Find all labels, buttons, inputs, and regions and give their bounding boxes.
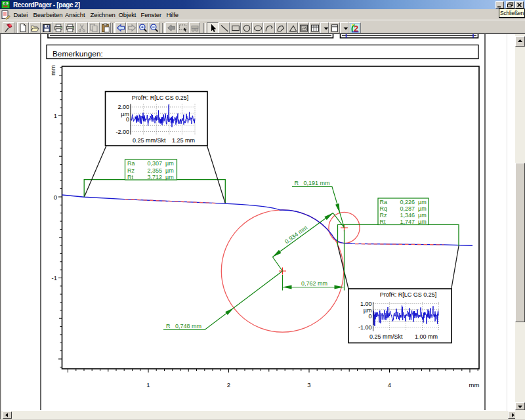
svg-text:-1.00: -1.00 — [358, 324, 372, 331]
svg-text:Rq: Rq — [380, 205, 388, 212]
svg-text:µm: µm — [418, 199, 427, 205]
svg-text:0: 0 — [368, 313, 371, 320]
svg-text:µm: µm — [165, 167, 174, 174]
svg-text:0,307: 0,307 — [147, 160, 162, 167]
svg-text:0,226: 0,226 — [400, 199, 415, 205]
svg-text:mm: mm — [469, 381, 480, 388]
svg-text:µm: µm — [165, 160, 174, 167]
svg-text:µm: µm — [418, 212, 427, 219]
svg-text:3,712: 3,712 — [147, 174, 162, 180]
svg-text:Ra: Ra — [380, 199, 388, 205]
svg-text:1: 1 — [146, 381, 150, 388]
svg-text:1.00: 1.00 — [360, 301, 372, 307]
svg-text:0,934 mm: 0,934 mm — [284, 224, 308, 245]
svg-text:µm: µm — [418, 205, 427, 212]
svg-text:1.25 mm: 1.25 mm — [172, 137, 195, 144]
svg-text:R 0,748 mm: R 0,748 mm — [166, 323, 201, 329]
svg-text:0: 0 — [126, 116, 129, 123]
svg-text:Rz: Rz — [380, 212, 387, 219]
svg-text:0,287: 0,287 — [400, 205, 415, 212]
svg-text:0,762 mm: 0,762 mm — [301, 280, 327, 287]
svg-text:0.25 mm/Skt: 0.25 mm/Skt — [133, 137, 166, 144]
svg-text:Rt: Rt — [380, 219, 386, 225]
svg-text:2.00: 2.00 — [117, 104, 129, 110]
svg-text:mm: mm — [49, 65, 56, 75]
svg-text:ProfR: R[LC GS 0.25]: ProfR: R[LC GS 0.25] — [132, 94, 189, 101]
svg-text:Bemerkungen:: Bemerkungen: — [52, 49, 103, 58]
svg-text:2: 2 — [227, 381, 230, 388]
svg-text:-1: -1 — [52, 274, 57, 282]
svg-text:µm: µm — [418, 219, 427, 225]
svg-text:1,747: 1,747 — [400, 219, 415, 225]
svg-text:-2.00: -2.00 — [116, 129, 129, 135]
svg-text:4: 4 — [388, 381, 391, 388]
svg-text:ProfR: R[LC GS 0.25]: ProfR: R[LC GS 0.25] — [380, 291, 437, 298]
svg-text:µm: µm — [165, 174, 174, 180]
svg-text:Ra: Ra — [127, 160, 135, 167]
svg-text:0: 0 — [54, 194, 57, 201]
svg-text:1,346: 1,346 — [400, 212, 415, 219]
svg-text:Rz: Rz — [127, 167, 135, 174]
svg-text:0.25 mm/Skt: 0.25 mm/Skt — [369, 333, 403, 340]
svg-text:Rt: Rt — [127, 174, 133, 180]
svg-text:1: 1 — [54, 112, 57, 119]
svg-text:2,355: 2,355 — [147, 167, 162, 174]
svg-text:3: 3 — [307, 381, 310, 388]
svg-text:1.00 mm: 1.00 mm — [415, 333, 438, 340]
svg-text:R 0,191 mm: R 0,191 mm — [295, 180, 330, 186]
